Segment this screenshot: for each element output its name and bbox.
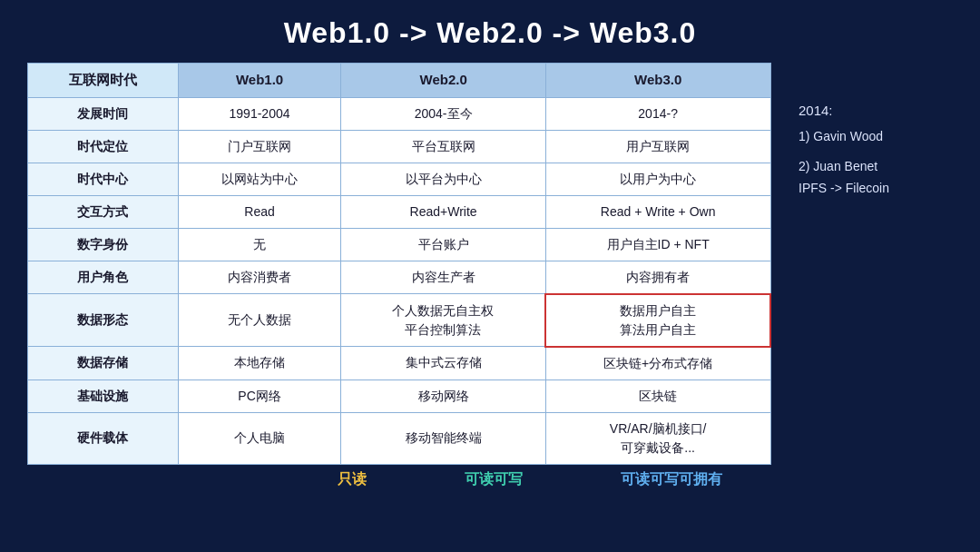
table-cell: 区块链+分布式存储 (545, 347, 770, 380)
table-cell: 数字身份 (28, 228, 179, 261)
table-cell: 门户互联网 (178, 130, 341, 163)
table-row: 基础设施PC网络移动网络区块链 (28, 380, 771, 412)
table-cell: 以用户为中心 (545, 163, 770, 195)
page-title: Web1.0 -> Web2.0 -> Web3.0 (284, 16, 697, 50)
table-cell: 集中式云存储 (341, 347, 545, 380)
table-cell: 内容拥有者 (545, 261, 770, 294)
table-cell: 本地存储 (178, 347, 341, 380)
table-cell: 用户互联网 (545, 130, 770, 163)
col-header-era: 互联网时代 (28, 64, 179, 98)
table-cell: 个人数据无自主权 平台控制算法 (341, 294, 545, 347)
table-cell: 数据形态 (28, 294, 179, 347)
col-header-web3: Web3.0 (545, 64, 770, 98)
sidebar-person2: 2) Juan Benet IPFS -> Filecoin (799, 156, 953, 200)
footer-web3-label: 可读可写可拥有 (621, 470, 722, 489)
table-cell: 数据存储 (28, 347, 179, 380)
table-cell: 平台账户 (341, 228, 545, 261)
sidebar-person2-name: 2) Juan Benet (799, 156, 953, 178)
table-cell: 移动网络 (341, 380, 545, 412)
table-cell: 个人电脑 (178, 412, 341, 464)
table-row: 硬件载体个人电脑移动智能终端VR/AR/脑机接口/ 可穿戴设备... (28, 412, 771, 464)
table-cell: 交互方式 (28, 195, 179, 228)
table-cell: PC网络 (178, 380, 341, 412)
table-row: 数据形态无个人数据个人数据无自主权 平台控制算法数据用户自主 算法用户自主 (28, 294, 771, 347)
table-cell: 平台互联网 (341, 130, 545, 163)
table-cell: Read (178, 195, 341, 228)
table-cell: 内容消费者 (178, 261, 341, 294)
table-row: 发展时间1991-20042004-至今2014-? (28, 97, 771, 130)
table-cell: 硬件载体 (28, 412, 179, 464)
table-cell: 基础设施 (28, 380, 179, 412)
table-cell: 无个人数据 (178, 294, 341, 347)
table-cell: 用户自主ID + NFT (545, 228, 770, 261)
table-cell: 以平台为中心 (341, 163, 545, 195)
footer-web2-label: 可读可写 (465, 470, 523, 489)
table-cell: 区块链 (545, 380, 770, 412)
table-row: 用户角色内容消费者内容生产者内容拥有者 (28, 261, 771, 294)
table-cell: 用户角色 (28, 261, 179, 294)
table-row: 数据存储本地存储集中式云存储区块链+分布式存储 (28, 347, 771, 380)
sidebar-notes: 2014: 1) Gavin Wood 2) Juan Benet IPFS -… (780, 63, 953, 200)
table-cell: 无 (178, 228, 341, 261)
table-cell: VR/AR/脑机接口/ 可穿戴设备... (545, 412, 770, 464)
table-cell: 1991-2004 (178, 97, 341, 130)
table-cell: 移动智能终端 (341, 412, 545, 464)
sidebar-person1: 1) Gavin Wood (799, 126, 953, 148)
table-cell: Read + Write + Own (545, 195, 770, 228)
table-row: 数字身份无平台账户用户自主ID + NFT (28, 228, 771, 261)
table-cell: 时代中心 (28, 163, 179, 195)
comparison-table-wrapper: 互联网时代 Web1.0 Web2.0 Web3.0 发展时间1991-2004… (27, 63, 780, 489)
col-header-web1: Web1.0 (178, 64, 341, 98)
table-row: 交互方式ReadRead+WriteRead + Write + Own (28, 195, 771, 228)
table-cell: 发展时间 (28, 97, 179, 130)
table-cell: 时代定位 (28, 130, 179, 163)
table-cell: 内容生产者 (341, 261, 545, 294)
table-row: 时代中心以网站为中心以平台为中心以用户为中心 (28, 163, 771, 195)
sidebar-person2-detail: IPFS -> Filecoin (799, 178, 953, 200)
table-cell: Read+Write (341, 195, 545, 228)
table-cell: 数据用户自主 算法用户自主 (545, 294, 770, 347)
col-header-web2: Web2.0 (341, 64, 545, 98)
table-cell: 2004-至今 (341, 97, 545, 130)
footer-labels: 只读 可读可写 可读可写可拥有 (27, 470, 771, 489)
comparison-table: 互联网时代 Web1.0 Web2.0 Web3.0 发展时间1991-2004… (27, 63, 771, 465)
footer-web1-label: 只读 (338, 470, 367, 489)
sidebar-year: 2014: (799, 99, 953, 123)
table-cell: 以网站为中心 (178, 163, 341, 195)
table-cell: 2014-? (545, 97, 770, 130)
table-row: 时代定位门户互联网平台互联网用户互联网 (28, 130, 771, 163)
